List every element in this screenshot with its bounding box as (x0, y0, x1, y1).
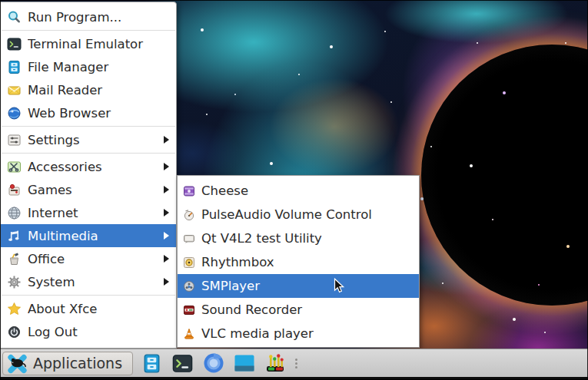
games-icon (7, 183, 22, 197)
menu-item-label: System (28, 275, 158, 289)
menu-separator (2, 126, 175, 127)
menu-item-label: Internet (28, 206, 158, 220)
chromium-icon (203, 352, 224, 374)
submenu-arrow-icon (164, 278, 169, 286)
menu-item-office[interactable]: Office (1, 247, 176, 270)
submenu-arrow-icon (164, 163, 169, 170)
submenu-item-pulseaudio-volume-control[interactable]: PulseAudio Volume Control (178, 203, 419, 226)
file-manager-launcher[interactable] (140, 352, 164, 375)
log-out-icon (7, 325, 22, 339)
submenu-arrow-icon (164, 232, 169, 240)
menu-item-label: Terminal Emulator (28, 37, 169, 51)
menu-separator (2, 295, 175, 296)
rhythmbox-icon (183, 256, 195, 269)
internet-icon (7, 206, 22, 220)
menu-item-label: Mail Reader (28, 83, 169, 97)
taskbar: Applications (0, 349, 588, 380)
submenu-item-label: Cheese (201, 183, 410, 198)
submenu-item-qt-v4l2-test-utility[interactable]: Qt V4L2 test Utility (178, 226, 419, 250)
submenu-item-vlc-media-player[interactable]: VLC media player (178, 322, 419, 345)
menu-item-run-program[interactable]: Run Program... (1, 5, 176, 28)
applications-menu: Run Program... Terminal Emulator File Ma… (0, 2, 177, 349)
office-icon (7, 252, 22, 266)
desktop-icon (234, 352, 255, 374)
applications-button-label: Applications (33, 355, 122, 372)
menu-item-label: Multimedia (28, 229, 158, 243)
menu-item-terminal-emulator[interactable]: Terminal Emulator (1, 32, 176, 55)
menu-item-label: Accessories (28, 160, 158, 174)
file-manager-icon (141, 353, 162, 374)
menu-item-games[interactable]: Games (1, 178, 176, 201)
submenu-item-label: SMPlayer (201, 279, 410, 293)
menu-item-label: Log Out (28, 325, 169, 339)
cheese-icon (183, 185, 195, 197)
submenu-item-label: PulseAudio Volume Control (201, 207, 410, 222)
smplayer-icon (183, 280, 195, 292)
menu-item-log-out[interactable]: Log Out (1, 320, 176, 343)
run-program-icon (7, 10, 22, 25)
menu-item-internet[interactable]: Internet (1, 201, 176, 224)
terminal-launcher[interactable] (171, 352, 194, 375)
menu-separator (2, 153, 175, 154)
system-gear-icon (7, 275, 22, 289)
menu-item-accessories[interactable]: Accessories (1, 155, 176, 178)
panel-grip-handle[interactable] (295, 359, 297, 368)
menu-item-label: Settings (28, 133, 158, 147)
web-browser-launcher[interactable] (201, 352, 225, 375)
menu-item-settings[interactable]: Settings (1, 128, 176, 151)
menu-separator (2, 30, 175, 31)
terminal-icon (7, 37, 22, 51)
menu-item-label: About Xfce (28, 302, 169, 316)
submenu-arrow-icon (164, 209, 169, 216)
vlc-icon (183, 328, 195, 340)
multimedia-submenu: Cheese PulseAudio Volume Control Qt V4L2… (177, 175, 420, 348)
menu-item-system[interactable]: System (1, 270, 176, 293)
submenu-item-sound-recorder[interactable]: Sound Recorder (178, 298, 419, 322)
applications-button[interactable]: Applications (2, 352, 133, 375)
menu-item-label: File Manager (28, 60, 169, 74)
submenu-item-label: Sound Recorder (201, 302, 410, 317)
submenu-item-cheese[interactable]: Cheese (178, 179, 419, 203)
file-manager-icon (7, 60, 22, 74)
mail-reader-icon (7, 83, 22, 97)
desktop-launcher[interactable] (232, 352, 256, 375)
menu-item-label: Office (28, 252, 158, 266)
menu-item-web-browser[interactable]: Web Browser (1, 101, 176, 124)
menu-item-about-xfce[interactable]: About Xfce (1, 297, 176, 320)
menu-item-mail-reader[interactable]: Mail Reader (1, 78, 176, 101)
mouse-cursor (334, 278, 346, 295)
menu-item-file-manager[interactable]: File Manager (1, 55, 176, 78)
web-browser-icon (7, 106, 22, 121)
menu-item-multimedia[interactable]: Multimedia (1, 224, 176, 247)
submenu-item-rhythmbox[interactable]: Rhythmbox (178, 250, 419, 274)
multimedia-icon (7, 229, 22, 243)
submenu-arrow-icon (164, 255, 169, 263)
menu-item-label: Games (28, 183, 158, 197)
submenu-arrow-icon (164, 136, 169, 144)
terminal-icon (172, 353, 193, 374)
submenu-item-smplayer[interactable]: SMPlayer (178, 274, 419, 298)
sound-recorder-icon (183, 304, 195, 316)
submenu-item-label: Rhythmbox (201, 255, 410, 269)
xfce-logo-icon (7, 353, 28, 374)
settings-icon (7, 133, 22, 147)
pulseaudio-icon (183, 209, 195, 221)
qt-v4l2-icon (183, 233, 195, 245)
star-icon (7, 302, 22, 316)
desktop: Run Program... Terminal Emulator File Ma… (0, 0, 588, 380)
menu-item-label: Run Program... (28, 10, 169, 25)
menu-item-label: Web Browser (28, 106, 169, 121)
submenu-item-label: VLC media player (201, 326, 410, 341)
accessories-icon (7, 160, 22, 174)
pin-board-launcher[interactable] (263, 352, 287, 375)
submenu-item-label: Qt V4L2 test Utility (201, 231, 410, 246)
pin-board-icon (264, 352, 286, 374)
submenu-arrow-icon (164, 186, 169, 193)
